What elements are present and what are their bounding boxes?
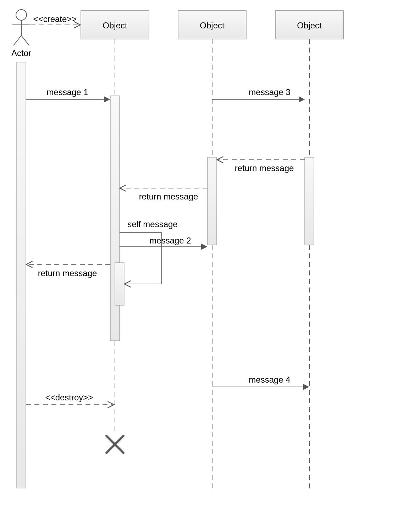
svg-line-3	[13, 35, 21, 45]
object-1: Object	[81, 11, 149, 39]
return-1-label: return message	[38, 268, 97, 278]
return-2-label: return message	[139, 192, 198, 201]
object-1-label: Object	[103, 21, 127, 30]
self-message-label: self message	[127, 219, 177, 229]
destroy-label: <<destroy>>	[45, 393, 93, 402]
svg-line-4	[21, 35, 29, 45]
actor-label: Actor	[11, 48, 31, 58]
destroy-x-icon	[106, 436, 123, 453]
actor: Actor	[11, 10, 31, 58]
sequence-diagram: Actor Object Object Object <<create>> me…	[0, 0, 420, 509]
message-1-label: message 1	[46, 87, 88, 97]
activation-obj1-nested	[115, 263, 124, 305]
create-label: <<create>>	[33, 14, 77, 24]
activation-obj2	[208, 157, 217, 245]
message-4-label: message 4	[249, 375, 290, 384]
svg-point-0	[16, 10, 27, 20]
message-3-label: message 3	[249, 87, 290, 97]
activation-obj3	[305, 157, 314, 245]
message-2-label: message 2	[149, 236, 191, 245]
object-2: Object	[178, 11, 246, 39]
object-2-label: Object	[200, 21, 225, 30]
return-3-label: return message	[235, 163, 294, 173]
activation-actor	[17, 62, 26, 488]
object-3-label: Object	[297, 21, 322, 30]
object-3: Object	[275, 11, 343, 39]
